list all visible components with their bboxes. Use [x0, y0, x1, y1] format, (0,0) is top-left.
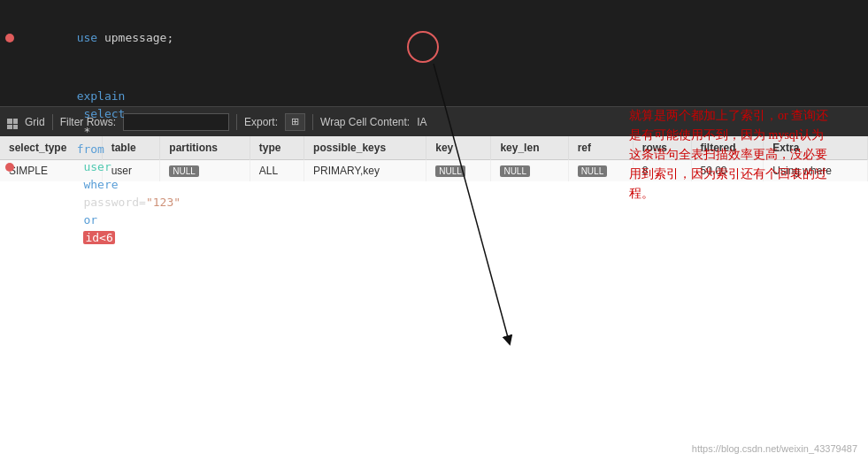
- line-dot-2: [5, 163, 14, 172]
- main-container: use upmessage; explain select * from use…: [0, 0, 868, 461]
- code-line-2-text: explain select * from user where passwor…: [21, 70, 181, 265]
- annotation-text: 就算是两个都加上了索引，or 查询还是有可能使用不到，因为 mysql认为这条语…: [629, 106, 833, 204]
- code-line-1: use upmessage;: [0, 9, 868, 67]
- code-line-1-text: use upmessage;: [21, 12, 173, 65]
- editor-area: use upmessage; explain select * from use…: [0, 0, 868, 106]
- watermark: https://blog.csdn.net/weixin_43379487: [692, 443, 857, 454]
- highlight-id: id<6: [83, 231, 114, 244]
- line-dot-1: [5, 34, 14, 42]
